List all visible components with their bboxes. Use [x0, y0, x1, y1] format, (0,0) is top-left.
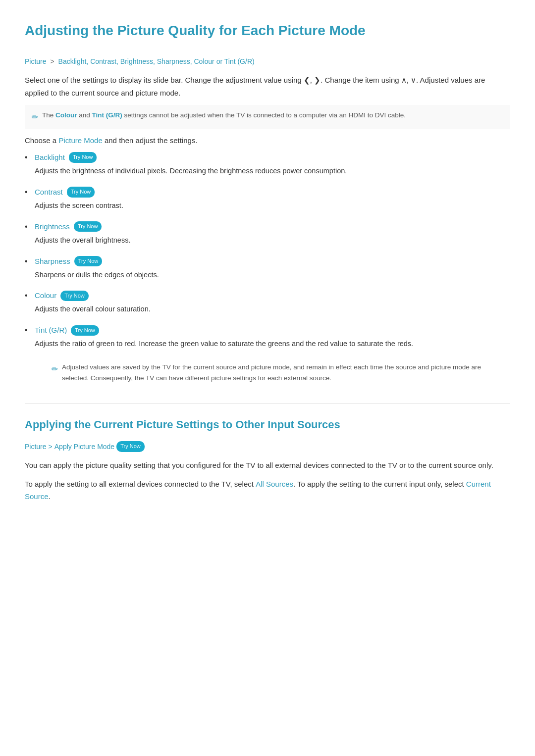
section2-title: Applying the Current Picture Settings to…: [25, 416, 510, 433]
list-item-sharpness: Sharpness Try Now Sharpens or dulls the …: [25, 255, 510, 281]
contrast-desc: Adjusts the screen contrast.: [35, 200, 510, 212]
breadcrumb-tint[interactable]: Tint (G/R): [224, 57, 255, 65]
section2-breadcrumb: Picture > Apply Picture Mode Try Now: [25, 441, 510, 452]
pencil-icon: ✏: [32, 111, 38, 124]
sharpness-try-now-badge[interactable]: Try Now: [74, 256, 103, 267]
contrast-try-now-badge[interactable]: Try Now: [67, 187, 95, 198]
breadcrumb-brightness[interactable]: Brightness: [120, 57, 153, 65]
backlight-label[interactable]: Backlight: [35, 151, 65, 163]
intro-text: Select one of the settings to display it…: [25, 74, 510, 99]
backlight-desc: Adjusts the brightness of individual pix…: [35, 165, 510, 177]
colour-try-now-badge[interactable]: Try Now: [60, 291, 89, 302]
section2-para2: To apply the setting to all external dev…: [25, 478, 510, 503]
note-adjusted-values: ✏ Adjusted values are saved by the TV fo…: [45, 357, 510, 388]
colour-desc: Adjusts the overall colour saturation.: [35, 303, 510, 315]
settings-list: Backlight Try Now Adjusts the brightness…: [25, 151, 510, 389]
list-item-colour: Colour Try Now Adjusts the overall colou…: [25, 290, 510, 315]
breadcrumb: Picture > Backlight, Contrast, Brightnes…: [25, 56, 510, 67]
tint-desc: Adjusts the ratio of green to red. Incre…: [35, 338, 510, 350]
list-item-brightness: Brightness Try Now Adjusts the overall b…: [25, 221, 510, 247]
contrast-label[interactable]: Contrast: [35, 186, 63, 198]
list-item-backlight: Backlight Try Now Adjusts the brightness…: [25, 151, 510, 177]
section2-para2-end: .: [49, 492, 51, 501]
list-item-tint: Tint (G/R) Try Now Adjusts the ratio of …: [25, 324, 510, 388]
sharpness-desc: Sharpens or dulls the edges of objects.: [35, 269, 510, 281]
note-colour-tint: ✏ The Colour and Tint (G/R) settings can…: [25, 105, 510, 129]
list-item-contrast: Contrast Try Now Adjusts the screen cont…: [25, 186, 510, 212]
breadcrumb-separator: >: [50, 57, 56, 65]
section2-para2-mid: . To apply the setting to the current in…: [293, 480, 466, 488]
brightness-label[interactable]: Brightness: [35, 221, 70, 233]
note-adjusted-values-text: Adjusted values are saved by the TV for …: [62, 362, 503, 383]
brightness-desc: Adjusts the overall brightness.: [35, 235, 510, 247]
breadcrumb-sharpness[interactable]: Sharpness: [157, 57, 190, 65]
breadcrumb-picture[interactable]: Picture: [25, 57, 47, 65]
note-colour-tint-text: The Colour and Tint (G/R) settings canno…: [42, 110, 406, 121]
section2-breadcrumb-separator: >: [49, 441, 53, 452]
brightness-try-now-badge[interactable]: Try Now: [74, 221, 102, 232]
page-title: Adjusting the Picture Quality for Each P…: [25, 20, 510, 47]
choose-picture-mode-text: Choose a Picture Mode and then adjust th…: [25, 135, 510, 147]
section2-para2-start: To apply the setting to all external dev…: [25, 480, 256, 488]
tint-try-now-badge[interactable]: Try Now: [71, 325, 99, 336]
all-sources-link[interactable]: All Sources: [256, 480, 293, 488]
picture-mode-link[interactable]: Picture Mode: [58, 136, 102, 145]
section-divider: [25, 403, 510, 404]
breadcrumb-or: or: [216, 57, 224, 65]
backlight-try-now-badge[interactable]: Try Now: [69, 152, 97, 163]
sharpness-label[interactable]: Sharpness: [35, 255, 70, 267]
breadcrumb-colour[interactable]: Colour: [194, 57, 214, 65]
tint-label[interactable]: Tint (G/R): [35, 324, 67, 336]
breadcrumb-contrast[interactable]: Contrast: [90, 57, 116, 65]
colour-label[interactable]: Colour: [35, 290, 56, 302]
section2-breadcrumb-picture[interactable]: Picture: [25, 441, 47, 452]
apply-picture-mode-try-now-badge[interactable]: Try Now: [116, 441, 145, 452]
breadcrumb-backlight[interactable]: Backlight: [58, 57, 87, 65]
pencil-icon-2: ✏: [52, 363, 58, 376]
section2-breadcrumb-apply-picture-mode[interactable]: Apply Picture Mode: [54, 441, 114, 452]
section2-para1: You can apply the picture quality settin…: [25, 459, 510, 472]
